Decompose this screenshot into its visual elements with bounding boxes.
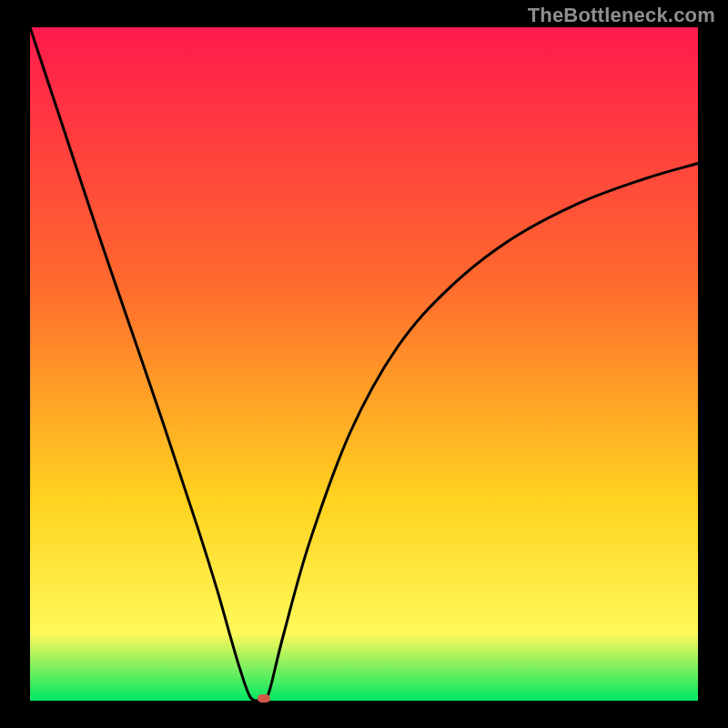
plot-background	[30, 27, 698, 701]
optimal-point-marker	[258, 694, 270, 703]
bottleneck-chart	[0, 0, 728, 728]
chart-frame: { "watermark": "TheBottleneck.com", "col…	[0, 0, 728, 728]
watermark-text: TheBottleneck.com	[528, 4, 715, 27]
